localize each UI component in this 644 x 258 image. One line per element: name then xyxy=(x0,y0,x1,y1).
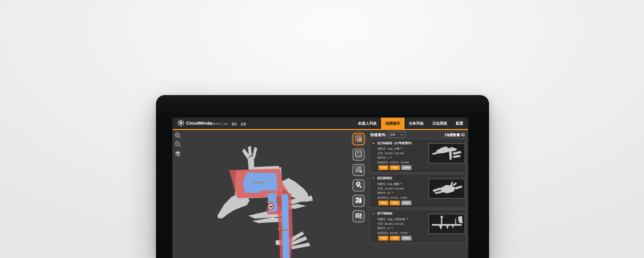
card-actions: ✎修改✎复制去删除 xyxy=(378,236,412,241)
delete-button[interactable]: 去删除 xyxy=(401,165,412,170)
card-field-3: 坐标原点:14.204，5.952 xyxy=(377,196,408,200)
card-field-3: 坐标原点:12.874，33.946 xyxy=(377,161,409,164)
measure-area-icon xyxy=(355,150,363,159)
top-navbar: CloudMinds 欢迎BJDT2_Test 退出 全屏 机器人列表地图操作任… xyxy=(172,118,468,130)
card-field-2: 楼层号:33✎ xyxy=(377,191,394,195)
nav-tab-1[interactable]: 地图操作 xyxy=(381,118,405,129)
cloudminds-logo-icon xyxy=(177,120,184,126)
map-card-82186961: ☆82186961地图名:map_腿腿✎长宽:23.200 x 22.900楼层… xyxy=(370,174,466,208)
field-label: 坐标原点: xyxy=(377,231,389,234)
delete-button[interactable]: 去删除 xyxy=(401,236,412,241)
quick-search-label: 快速查找: xyxy=(370,132,386,137)
edit-pencil-icon[interactable]: ✎ xyxy=(406,217,409,221)
laptop-mockup: CloudMinds 欢迎BJDT2_Test 退出 全屏 机器人列表地图操作任… xyxy=(156,95,489,258)
map-list-panel: 快速查找: 全部 【地图数量:3】 ★51764845(12号使用中)地图名:m… xyxy=(370,131,468,245)
fullscreen-link[interactable]: 全屏 xyxy=(241,122,246,126)
field-value: 56.600 x 25.100 xyxy=(384,222,404,225)
occupancy-map xyxy=(204,136,332,258)
nav-tab-0[interactable]: 机器人列表 xyxy=(354,118,381,129)
add-region-button[interactable] xyxy=(353,164,365,176)
app-screen: CloudMinds 欢迎BJDT2_Test 退出 全屏 机器人列表地图操作任… xyxy=(172,118,468,258)
edit-pencil-icon[interactable]: ✎ xyxy=(390,156,392,159)
copy-button[interactable]: ✎复制 xyxy=(390,165,400,170)
card-field-2: 楼层号:1✎ xyxy=(377,156,392,160)
map-list-pin-icon xyxy=(354,134,363,144)
map-in-use-badge: (12号使用中) xyxy=(394,141,412,145)
card-field-1: 长宽:23.200 x 22.900 xyxy=(377,187,404,190)
field-label: 地图名: xyxy=(377,182,386,185)
copy-button[interactable]: ✎复制 xyxy=(390,236,400,241)
star-outline-icon[interactable]: ☆ xyxy=(371,177,375,180)
map-list-pin-button[interactable] xyxy=(353,133,365,145)
card-header: ☆87749840 xyxy=(371,212,392,215)
field-value: 1 xyxy=(387,156,388,159)
edit-pencil-icon[interactable]: ✎ xyxy=(400,147,403,150)
nav-tab-3[interactable]: 日志系统 xyxy=(428,118,451,129)
logout-link[interactable]: 退出 xyxy=(232,122,237,126)
modify-button[interactable]: ✎修改 xyxy=(378,236,388,241)
welcome-text: 欢迎BJDT2_Test xyxy=(208,122,228,126)
zoom-in-icon[interactable] xyxy=(174,131,182,139)
field-label: 地图名: xyxy=(377,218,386,221)
card-actions: ✎修改✎复制去删除 xyxy=(378,201,412,205)
area-size-label: 8.614m² xyxy=(267,200,277,203)
add-region-icon xyxy=(355,165,363,175)
card-field-0: 地图名:map_33楼✎ xyxy=(377,147,403,150)
map-canvas[interactable]: 40.519m² 8.614m² 80.215m² xyxy=(204,136,332,258)
card-field-1: 长宽:25.400 x 50.000 xyxy=(377,152,404,155)
delete-button[interactable]: 去删除 xyxy=(401,201,412,205)
copy-button[interactable]: ✎复制 xyxy=(390,201,400,205)
field-value: 34.247，8.533 xyxy=(390,231,408,234)
field-label: 长宽: xyxy=(377,152,383,155)
modify-button[interactable]: ✎修改 xyxy=(378,201,388,205)
field-value: 33 xyxy=(387,227,390,230)
field-value: 33 xyxy=(387,191,390,195)
map-id: 82186961 xyxy=(377,176,392,180)
filter-value: 全部 xyxy=(390,133,400,137)
layers-icon[interactable] xyxy=(174,150,182,158)
card-field-0: 地图名:map_腿腿✎ xyxy=(377,182,403,186)
map-thumbnail[interactable] xyxy=(429,179,465,199)
field-value: 12.874，33.946 xyxy=(390,161,409,164)
panel-header: 快速查找: 全部 【地图数量:3】 xyxy=(370,131,468,139)
nav-tab-4[interactable]: 配置 xyxy=(451,118,468,129)
field-value: 23.200 x 22.900 xyxy=(384,187,404,190)
field-label: 坐标原点: xyxy=(377,161,389,164)
card-actions: ✎修改✎复制去删除 xyxy=(378,165,412,170)
map-id: 51764845 xyxy=(377,141,392,145)
filter-dropdown[interactable]: 全部 xyxy=(388,132,405,138)
card-field-1: 长宽:56.600 x 25.100 xyxy=(377,222,404,226)
field-label: 长宽: xyxy=(377,187,383,190)
star-filled-icon[interactable]: ★ xyxy=(371,142,375,145)
star-outline-icon[interactable]: ☆ xyxy=(371,212,375,215)
field-value: 14.204，5.952 xyxy=(390,196,408,199)
welcome-area: 欢迎BJDT2_Test 退出 全屏 xyxy=(208,122,246,126)
field-value: map_33楼 xyxy=(387,147,399,150)
card-header: ★51764845(12号使用中) xyxy=(371,141,412,145)
card-field-0: 地图名:map_33层走廊✎ xyxy=(377,217,409,221)
edit-pencil-icon[interactable]: ✎ xyxy=(391,191,394,195)
add-point-icon xyxy=(355,181,363,190)
zoom-out-icon[interactable] xyxy=(174,140,182,148)
upload-map-icon xyxy=(355,212,363,221)
modify-button[interactable]: ✎修改 xyxy=(378,165,388,170)
delete-map-button[interactable] xyxy=(353,195,365,207)
upload-map-button[interactable] xyxy=(353,210,365,222)
field-value: map_33层走廊 xyxy=(387,218,405,221)
field-value: 25.400 x 50.000 xyxy=(384,152,404,155)
no-entry-badge[interactable] xyxy=(268,204,273,209)
nav-menu: 机器人列表地图操作任务列表日志系统配置 xyxy=(354,118,468,129)
edit-pencil-icon[interactable]: ✎ xyxy=(400,182,403,185)
add-point-button[interactable] xyxy=(353,179,365,191)
measure-area-button[interactable] xyxy=(353,148,365,161)
field-label: 楼层号: xyxy=(377,156,386,159)
map-thumbnail[interactable] xyxy=(429,214,465,234)
nav-tab-2[interactable]: 任务列表 xyxy=(405,118,428,129)
field-value: map_腿腿 xyxy=(387,182,399,185)
card-field-3: 坐标原点:34.247，8.533 xyxy=(377,231,408,235)
map-tools-toolbar xyxy=(353,133,365,226)
delete-map-icon xyxy=(355,196,363,206)
map-card-87749840: ☆87749840地图名:map_33层走廊✎长宽:56.600 x 25.10… xyxy=(370,209,466,243)
map-thumbnail[interactable] xyxy=(429,143,465,163)
edit-pencil-icon[interactable]: ✎ xyxy=(391,226,394,230)
